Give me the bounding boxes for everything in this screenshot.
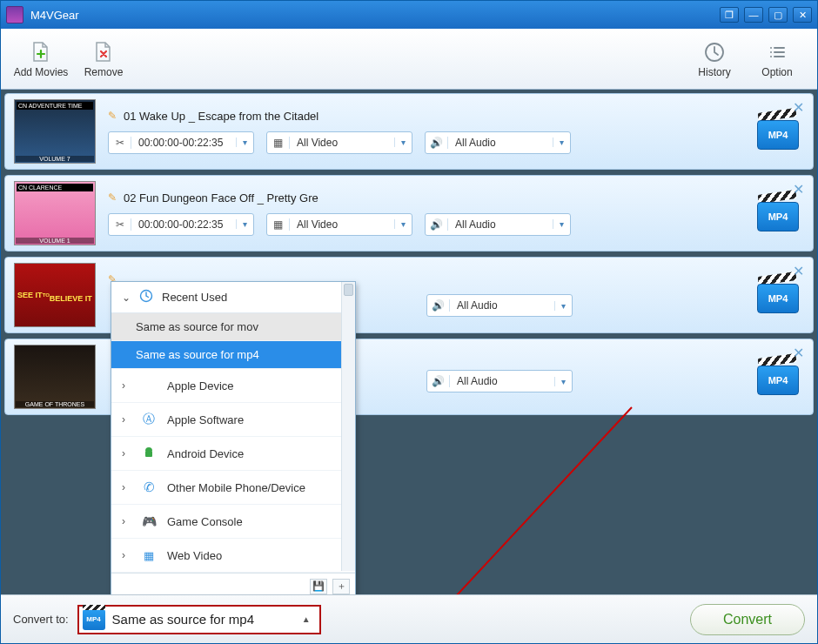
- audio-track-select[interactable]: 🔊 All Audio ▾: [426, 370, 573, 392]
- chevron-down-icon: ▾: [554, 301, 572, 311]
- audio-track-value: All Audio: [450, 375, 554, 387]
- recent-used-label: Recent Used: [162, 291, 227, 304]
- window-minimize-button[interactable]: —: [744, 7, 763, 23]
- output-format-icon[interactable]: MP4: [757, 113, 799, 150]
- triangle-up-icon: ▲: [302, 614, 311, 624]
- movie-thumbnail: SEE ITTOBELIEVE IT: [14, 263, 96, 327]
- add-preset-button[interactable]: ＋: [332, 579, 350, 594]
- category-apple-software[interactable]: › Ⓐ Apple Software: [111, 403, 355, 437]
- recent-used-header[interactable]: ⌄ Recent Used: [111, 282, 355, 313]
- output-format-icon[interactable]: MP4: [757, 359, 799, 395]
- appstore-icon: Ⓐ: [141, 412, 157, 427]
- speaker-icon: 🔊: [426, 137, 448, 149]
- chevron-down-icon: ▾: [236, 219, 253, 229]
- category-label: Apple Device: [167, 379, 234, 392]
- video-track-value: All Video: [290, 218, 394, 231]
- category-label: Android Device: [167, 447, 244, 460]
- preset-item-mp4[interactable]: Same as source for mp4: [111, 341, 355, 369]
- movie-thumbnail: GAME OF THRONES: [14, 345, 96, 409]
- speaker-icon: 🔊: [427, 375, 450, 387]
- remove-file-icon: [91, 40, 116, 64]
- footer: Convert to: MP4 Same as source for mp4 ▲…: [1, 594, 817, 643]
- remove-button[interactable]: Remove: [72, 33, 135, 85]
- output-format-icon[interactable]: MP4: [757, 195, 799, 231]
- movie-thumbnail: CN ADVENTURE TIME VOLUME 7: [14, 99, 96, 164]
- trim-range-select[interactable]: ✂ 00:00:00-00:22:35 ▾: [108, 213, 254, 236]
- remove-row-button[interactable]: ✕: [793, 99, 804, 116]
- chevron-right-icon: ›: [122, 413, 131, 426]
- chevron-down-icon: ▾: [553, 138, 570, 147]
- svg-rect-8: [145, 451, 152, 457]
- remove-row-button[interactable]: ✕: [793, 181, 804, 198]
- format-badge-icon: MP4: [83, 609, 105, 630]
- film-icon: ▦: [141, 547, 157, 563]
- add-movies-button[interactable]: Add Movies: [10, 33, 72, 85]
- chevron-right-icon: ›: [122, 447, 131, 460]
- convert-to-label: Convert to:: [13, 613, 69, 626]
- annotation-arrow: [379, 399, 640, 594]
- phone-icon: ✆: [141, 480, 157, 495]
- chevron-down-icon: ▾: [394, 138, 412, 147]
- remove-row-button[interactable]: ✕: [793, 345, 804, 361]
- chevron-right-icon: ›: [122, 481, 131, 493]
- add-file-icon: [29, 40, 53, 64]
- audio-track-value: All Audio: [450, 299, 554, 312]
- chevron-right-icon: ›: [122, 515, 131, 527]
- chevron-right-icon: ›: [122, 549, 131, 561]
- format-badge: MP4: [757, 284, 799, 313]
- film-icon: ▦: [267, 137, 290, 149]
- speaker-icon: 🔊: [426, 218, 448, 231]
- window-restore-button[interactable]: ❐: [720, 7, 739, 23]
- preset-item-mov[interactable]: Same as source for mov: [111, 313, 355, 341]
- category-other-mobile[interactable]: › ✆ Other Mobile Phone/Device: [111, 471, 355, 505]
- movie-row: CN ADVENTURE TIME VOLUME 7 ✎ 01 Wake Up …: [4, 93, 814, 170]
- svg-line-11: [397, 407, 632, 594]
- add-movies-label: Add Movies: [14, 66, 69, 78]
- option-button[interactable]: Option: [746, 33, 808, 85]
- history-button[interactable]: History: [683, 33, 746, 85]
- category-game-console[interactable]: › 🎮 Game Console: [111, 505, 355, 539]
- audio-track-select[interactable]: 🔊 All Audio ▾: [425, 213, 571, 236]
- film-icon: ▦: [267, 218, 290, 231]
- app-icon: [6, 6, 23, 23]
- option-label: Option: [761, 66, 792, 78]
- clock-icon: [702, 40, 727, 64]
- video-track-select[interactable]: ▦ All Video ▾: [266, 131, 412, 154]
- app-title: M4VGear: [30, 9, 720, 22]
- format-badge: MP4: [757, 202, 799, 231]
- popup-scrollbar[interactable]: [341, 282, 355, 571]
- convert-button[interactable]: Convert: [690, 604, 805, 635]
- edit-title-icon[interactable]: ✎: [108, 191, 117, 204]
- format-badge: MP4: [757, 120, 799, 150]
- save-preset-button[interactable]: 💾: [310, 579, 327, 594]
- category-apple-device[interactable]: › Apple Device: [111, 369, 355, 403]
- trim-range-select[interactable]: ✂ 00:00:00-00:22:35 ▾: [108, 131, 254, 154]
- output-format-icon[interactable]: MP4: [757, 277, 799, 313]
- category-web-video[interactable]: › ▦ Web Video: [111, 539, 355, 573]
- category-android-device[interactable]: › Android Device: [111, 437, 355, 471]
- remove-row-button[interactable]: ✕: [793, 263, 804, 279]
- content-area: CN ADVENTURE TIME VOLUME 7 ✎ 01 Wake Up …: [1, 90, 817, 594]
- app-window: M4VGear ❐ — ▢ ✕ Add Movies Remove Histor…: [0, 0, 818, 644]
- movie-title: 01 Wake Up _ Escape from the Citadel: [124, 110, 318, 123]
- titlebar: M4VGear ❐ — ▢ ✕: [1, 1, 817, 29]
- chevron-right-icon: ›: [122, 379, 131, 392]
- audio-track-select[interactable]: 🔊 All Audio ▾: [426, 294, 573, 317]
- speaker-icon: 🔊: [427, 299, 450, 312]
- scissors-icon: ✂: [109, 218, 131, 231]
- window-close-button[interactable]: ✕: [793, 7, 812, 23]
- format-preset-popup: ⌄ Recent Used Same as source for mov Sam…: [111, 281, 356, 594]
- convert-to-selector[interactable]: MP4 Same as source for mp4 ▲: [77, 605, 321, 634]
- category-label: Web Video: [167, 549, 222, 562]
- trim-range-value: 00:00:00-00:22:35: [131, 137, 236, 149]
- remove-label: Remove: [84, 66, 124, 78]
- window-maximize-button[interactable]: ▢: [768, 7, 788, 23]
- edit-title-icon[interactable]: ✎: [108, 110, 117, 122]
- video-track-select[interactable]: ▦ All Video ▾: [266, 213, 412, 236]
- category-label: Game Console: [167, 515, 243, 528]
- android-icon: [141, 446, 157, 461]
- chevron-down-icon: ▾: [394, 219, 412, 229]
- apple-icon: [141, 378, 157, 393]
- audio-track-select[interactable]: 🔊 All Audio ▾: [425, 131, 571, 154]
- movie-title: 02 Fun Dungeon Face Off _ Pretty Gre: [124, 191, 318, 205]
